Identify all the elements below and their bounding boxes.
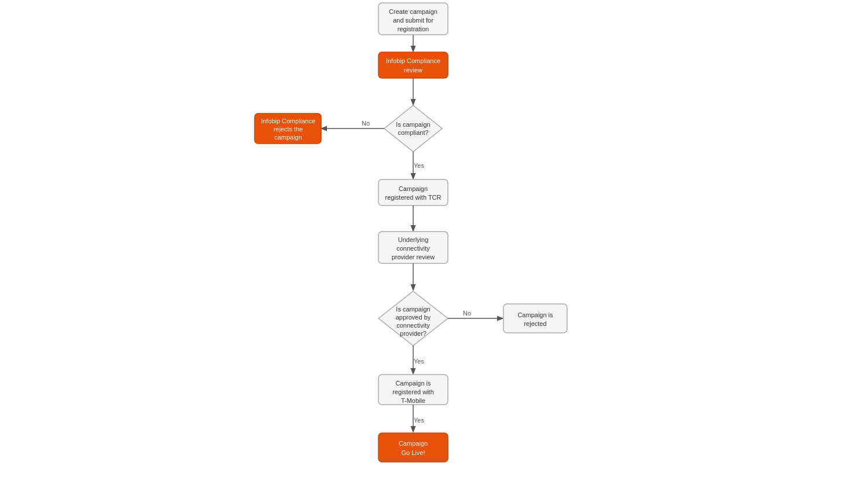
infobip-rejects-label: Infobip Compliance xyxy=(261,118,315,124)
registered-tcr-label2: registered with TCR xyxy=(385,194,442,201)
yes-label-3: Yes xyxy=(414,417,424,424)
campaign-rejected-label: Campaign is xyxy=(517,311,553,318)
is-compliant-label: Is campaign xyxy=(396,121,430,128)
infobip-review-label2: review xyxy=(404,67,422,74)
infobip-review-node xyxy=(378,52,448,78)
connectivity-review-label3: provider review xyxy=(392,254,435,260)
yes-label-1: Yes xyxy=(414,162,424,169)
registered-tmobile-label3: T-Mobile xyxy=(401,397,425,404)
registered-tmobile-label2: registered with xyxy=(392,388,434,395)
create-campaign-label3: registration xyxy=(398,25,429,32)
is-approved-label3: connectivity xyxy=(396,322,430,329)
create-campaign-label: Create campaign xyxy=(389,8,437,15)
campaign-rejected-node xyxy=(503,304,567,333)
campaign-live-label: Campaign xyxy=(399,440,428,447)
campaign-live-node xyxy=(378,433,448,462)
create-campaign-label2: and submit for xyxy=(393,17,433,24)
infobip-rejects-label2: rejects the xyxy=(274,126,303,133)
no-label-1: No xyxy=(362,120,370,127)
infobip-review-label: Infobip Compliance xyxy=(386,57,440,64)
registered-tcr-label: Campaign xyxy=(399,185,428,192)
campaign-rejected-label2: rejected xyxy=(524,320,546,327)
is-compliant-label2: compliant? xyxy=(398,129,428,136)
infobip-rejects-label3: campaign xyxy=(274,134,302,141)
connectivity-review-label: Underlying xyxy=(398,236,429,243)
is-approved-label2: approved by xyxy=(396,314,431,321)
registered-tcr-node xyxy=(378,179,448,206)
flowchart-diagram: Create campaign and submit for registrat… xyxy=(0,0,868,488)
no-label-2: No xyxy=(463,310,471,317)
is-approved-label4: provider? xyxy=(400,330,426,337)
is-approved-label: Is campaign xyxy=(396,306,430,313)
connectivity-review-label2: connectivity xyxy=(396,245,430,252)
registered-tmobile-label: Campaign is xyxy=(395,380,431,387)
yes-label-2: Yes xyxy=(414,358,424,365)
campaign-live-label2: Go Live! xyxy=(402,449,425,456)
